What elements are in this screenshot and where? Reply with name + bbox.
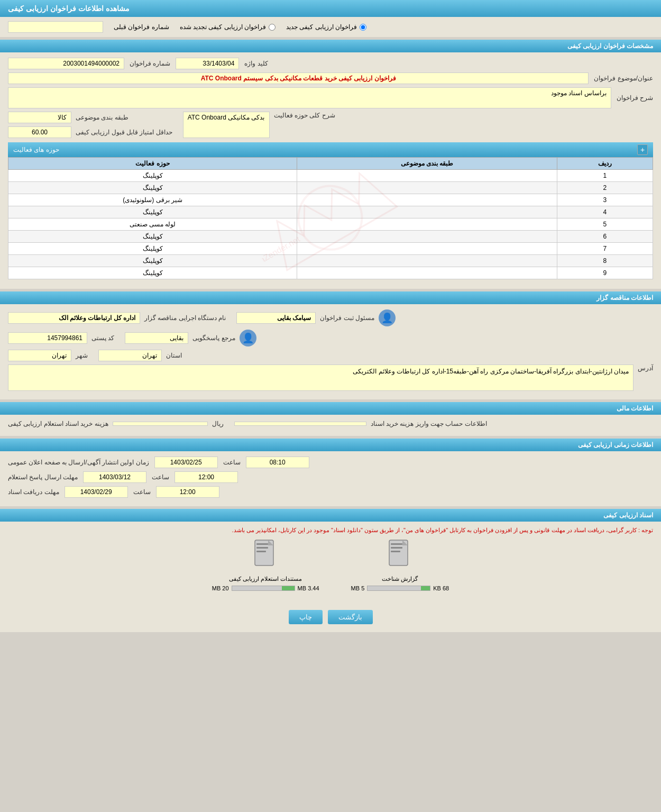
- table-row: 4 کوپلینگ: [8, 206, 653, 218]
- doc-file2-progress-bar: [232, 586, 295, 591]
- cell-row-num: 2: [557, 182, 653, 194]
- province-value: تهران: [98, 350, 162, 361]
- cell-activity: شیر برقی (سلونوئیدی): [8, 194, 297, 206]
- description-label: شرح فراخوان: [617, 94, 653, 102]
- financial-row: اطلاعات حساب جهت واریز هزینه خرید اسناد …: [8, 420, 653, 427]
- section1-content: کلید واژه 33/1403/04 شماره فراخوان 20030…: [0, 52, 661, 289]
- address-label: آدرس: [638, 364, 653, 372]
- cost-value: [113, 422, 208, 426]
- cell-activity: کوپلینگ: [8, 243, 297, 255]
- min-score-label: حداقل امتیاز قابل قبول ارزیابی کیفی: [76, 129, 172, 136]
- cell-category: [297, 267, 557, 279]
- response-deadline-row: 12:00 ساعت 1403/03/12 مهلت ارسال پاسخ اس…: [8, 471, 653, 483]
- subject-label: عنوان/موضوع فراخوان: [594, 75, 653, 82]
- response-value: بقایی: [125, 332, 188, 344]
- keyword-label: کلید واژه: [244, 60, 268, 67]
- min-score-value: 60.00: [8, 126, 71, 138]
- col-category: طبقه بندی موضوعی: [297, 158, 557, 170]
- keyword-value: 33/1403/04: [176, 58, 239, 69]
- svg-rect-4: [391, 547, 402, 549]
- svg-rect-5: [391, 551, 400, 552]
- activity-table-container: HriaZender.net ردیف طبقه بندی موضوعی حوز…: [8, 157, 653, 279]
- cell-category: [297, 243, 557, 255]
- row-commodity-activity: شرح کلی حوزه فعالیت بدکی مکانیکی ATC Onb…: [8, 112, 653, 138]
- row-description: شرح فراخوان براساس اسناد موجود: [8, 87, 653, 108]
- address-value: میدان ارژانتین-ابتدای بزرگراه آفریقا-ساخ…: [8, 364, 634, 391]
- table-row: 3 شیر برقی (سلونوئیدی): [8, 194, 653, 206]
- commodity-label: طبقه بندی موضوعی: [76, 114, 128, 121]
- cell-category: [297, 182, 557, 194]
- radio-renewed[interactable]: [269, 24, 276, 31]
- cell-activity: لوله مسی صنعتی: [8, 218, 297, 231]
- org-value: اداره کل ارتباطات وعلائم الک: [8, 312, 140, 324]
- svg-rect-8: [256, 547, 268, 549]
- doc-file2-size: 3.44 MB: [298, 585, 319, 591]
- svg-rect-3: [391, 543, 402, 545]
- serial-prev-input[interactable]: [8, 21, 103, 33]
- announce-label: زمان اولین انتشار آگهی/ارسال به صفحه اعل…: [8, 459, 149, 466]
- doc-note: توجه : کاربر گرامی، دریافت اسناد در مهلت…: [8, 527, 653, 534]
- cell-row-num: 3: [557, 194, 653, 206]
- svg-rect-7: [256, 543, 268, 545]
- announce-row: 08:10 ساعت 1403/02/25 زمان اولین انتشار …: [8, 457, 653, 468]
- org-label: نام دستگاه اجرایی مناقصه گزار: [144, 314, 226, 322]
- radio-new-label[interactable]: فراخوان ارزیابی کیفی جدید: [286, 23, 366, 31]
- add-activity-button[interactable]: +: [637, 144, 648, 155]
- city-value: تهران: [8, 350, 71, 361]
- section5-content: توجه : کاربر گرامی، دریافت اسناد در مهلت…: [0, 522, 661, 602]
- radio-row: فراخوان ارزیابی کیفی جدید فراخوان ارزیاب…: [0, 17, 661, 37]
- cell-category: [297, 218, 557, 231]
- page-header: مشاهده اطلاعات فراخوان ارزیابی کیفی: [0, 0, 661, 17]
- cell-row-num: 7: [557, 243, 653, 255]
- doc-file2-max: 20 MB: [212, 585, 229, 591]
- print-button[interactable]: چاپ: [289, 610, 323, 624]
- response-deadline-label: مهلت ارسال پاسخ استعلام: [8, 473, 78, 481]
- section3-content: اطلاعات حساب جهت واریز هزینه خرید اسناد …: [0, 415, 661, 436]
- section4-content: 08:10 ساعت 1403/02/25 زمان اولین انتشار …: [0, 451, 661, 506]
- activity-table: ردیف طبقه بندی موضوعی حوزه فعالیت 1 کوپل…: [8, 157, 653, 279]
- response-avatar: 👤: [240, 330, 256, 346]
- cell-category: [297, 194, 557, 206]
- cell-row-num: 5: [557, 218, 653, 231]
- commodity-value: کالا: [8, 112, 71, 123]
- doc-receipt-date: 1403/02/29: [65, 486, 128, 498]
- row-address: آدرس میدان ارژانتین-ابتدای بزرگراه آفریق…: [8, 364, 653, 391]
- col-row-num: ردیف: [557, 158, 653, 170]
- radio-renewed-label[interactable]: فراخوان ارزیابی کیفی تجدید شده: [180, 23, 276, 31]
- table-row: 6 کوپلینگ: [8, 231, 653, 243]
- back-button[interactable]: بازگشت: [328, 610, 373, 624]
- currency-label: ریال: [212, 420, 224, 427]
- activity-table-header: + حوزه های فعالیت: [8, 142, 653, 157]
- bottom-buttons: بازگشت چاپ: [0, 602, 661, 632]
- cell-row-num: 4: [557, 206, 653, 218]
- announce-time: 08:10: [246, 457, 309, 468]
- cell-activity: کوپلینگ: [8, 182, 297, 194]
- doc-file2-fill: [282, 586, 295, 590]
- doc-file1-progress-bar: [367, 586, 430, 591]
- postal-label: کد پستی: [91, 334, 114, 342]
- section2-content: 👤 مسئول ثبت فراخوان سیامک بقایی نام دستگ…: [0, 304, 661, 399]
- doc-file1-size: 68 KB: [433, 585, 449, 591]
- row-postal-response: 👤 مرجع پاسخگویی بقایی کد پستی 1457994861: [8, 330, 653, 346]
- cell-category: [297, 255, 557, 267]
- cost-label: هزینه خرید اسناد استعلام ارزیابی کیفی: [8, 420, 108, 427]
- cell-category: [297, 206, 557, 218]
- description-value: براساس اسناد موجود: [8, 87, 611, 108]
- table-row: 7 کوپلینگ: [8, 243, 653, 255]
- section4-header: اطلاعات زمانی ارزیابی کیفی: [0, 439, 661, 451]
- row-org-contact: 👤 مسئول ثبت فراخوان سیامک بقایی نام دستگ…: [8, 309, 653, 326]
- section2-header: اطلاعات مناقصه گزار: [0, 291, 661, 304]
- cell-activity: کوپلینگ: [8, 267, 297, 279]
- table-row: 9 کوپلینگ: [8, 267, 653, 279]
- section5-header: اسناد ارزیابی کیفی: [0, 509, 661, 522]
- doc-file1: گزارش شناخت 68 KB 5 MB: [351, 539, 449, 591]
- cell-row-num: 6: [557, 231, 653, 243]
- doc-file1-name: گزارش شناخت: [382, 576, 418, 582]
- cell-category: [297, 170, 557, 182]
- radio-new[interactable]: [360, 24, 366, 31]
- response-deadline-date: 1403/03/12: [83, 471, 146, 483]
- cell-row-num: 1: [557, 170, 653, 182]
- province-label: استان: [166, 352, 182, 359]
- col-activity: حوزه فعالیت: [8, 158, 297, 170]
- table-row: 2 کوپلینگ: [8, 182, 653, 194]
